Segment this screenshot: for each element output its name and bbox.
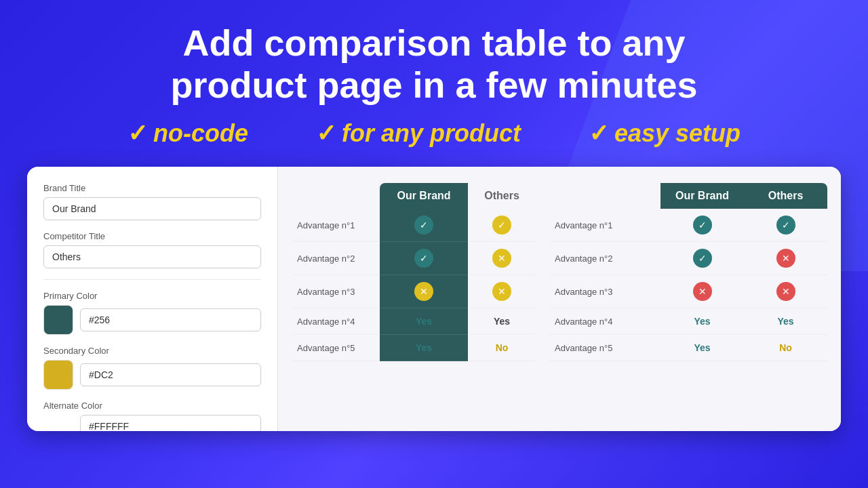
row-others-cell: ✓ [744,209,827,242]
brand-title-label: Brand Title [43,183,261,193]
row-brand-cell: ✓ [660,209,744,242]
primary-color-label: Primary Color [43,291,261,301]
secondary-color-input[interactable] [80,363,261,386]
check-teal-icon: ✓ [693,249,712,268]
settings-panel: Brand Title Competitor Title Primary Col… [27,167,278,431]
right-table-brand-header: Our Brand [660,183,744,209]
yes-teal-text: Yes [777,316,793,327]
feature-label-no-code: no-code [153,119,248,148]
alternate-color-row [43,415,261,431]
card-section: Brand Title Competitor Title Primary Col… [27,167,841,431]
table-row: Advantage n°5 Yes No [292,335,536,361]
row-brand-cell: ✓ [380,209,468,242]
table-row: Advantage n°4 Yes Yes [292,308,536,335]
row-others-cell: ✕ [744,275,827,308]
feature-easy-setup: ✓ easy setup [589,119,741,148]
check-icon-easy-setup: ✓ [589,119,609,148]
x-red-icon: ✕ [693,282,712,301]
row-others-cell: ✕ [744,242,827,275]
primary-color-group: Primary Color [43,291,261,335]
row-others-cell: ✕ [468,275,536,308]
secondary-color-row [43,360,261,390]
check-icon-for-any-product: ✓ [316,119,336,148]
alternate-color-group: Alternate Color [43,401,261,431]
row-label: Advantage n°4 [549,308,660,335]
left-table-header-row: Our Brand Others [292,183,536,209]
row-brand-cell: Yes [380,308,468,335]
check-teal-icon: ✓ [693,216,712,235]
secondary-color-label: Secondary Color [43,346,261,356]
check-icon-no-code: ✓ [127,119,148,148]
content-wrapper: Add comparison table to any product page… [0,0,868,488]
check-teal-icon: ✓ [776,216,795,235]
no-yellow-text: No [496,342,509,353]
row-brand-cell: Yes [380,335,468,361]
row-label: Advantage n°4 [292,308,380,335]
left-table-empty-header [292,183,380,209]
yes-teal-text: Yes [694,316,710,327]
table-row: Advantage n°2 ✓ ✕ [292,242,536,275]
yes-teal-text: Yes [694,342,710,353]
right-comparison-table: Our Brand Others Advantage n°1 ✓ ✓ Advan… [549,183,827,415]
row-others-cell: No [744,335,827,361]
feature-label-easy-setup: easy setup [614,119,741,148]
yes-teal-text: Yes [416,342,432,353]
no-yellow-text: No [779,342,792,353]
features-row: ✓ no-code ✓ for any product ✓ easy setup [54,119,814,148]
brand-title-input[interactable] [43,197,261,220]
table-row: Advantage n°5 Yes No [549,335,827,361]
table-row: Advantage n°1 ✓ ✓ [292,209,536,242]
row-label: Advantage n°5 [549,335,660,361]
row-others-cell: No [468,335,536,361]
row-label: Advantage n°2 [549,242,660,275]
feature-no-code: ✓ no-code [127,119,248,148]
left-comparison-table: Our Brand Others Advantage n°1 ✓ ✓ Advan… [292,183,536,415]
check-teal-icon: ✓ [414,216,433,235]
right-table-header-row: Our Brand Others [549,183,827,209]
row-brand-cell: ✕ [660,275,744,308]
table-row: Advantage n°2 ✓ ✕ [549,242,827,275]
row-brand-cell: ✓ [660,242,744,275]
feature-for-any-product: ✓ for any product [316,119,521,148]
yes-plain-text: Yes [494,316,510,327]
x-red-icon: ✕ [776,249,795,268]
row-label: Advantage n°2 [292,242,380,275]
right-table-others-header: Others [744,183,827,209]
left-table-others-header: Others [468,183,536,209]
row-others-cell: Yes [468,308,536,335]
header-section: Add comparison table to any product page… [0,0,868,161]
yes-teal-text: Yes [416,316,432,327]
check-yellow-icon: ✓ [492,216,511,235]
check-teal-icon: ✓ [414,249,433,268]
left-table: Our Brand Others Advantage n°1 ✓ ✓ Advan… [292,183,536,361]
alternate-color-input[interactable] [80,415,261,431]
row-label: Advantage n°3 [292,275,380,308]
row-brand-cell: Yes [660,308,744,335]
competitor-title-label: Competitor Title [43,231,261,241]
row-brand-cell: Yes [660,335,744,361]
tables-container: Our Brand Others Advantage n°1 ✓ ✓ Advan… [292,183,827,415]
x-red-icon: ✕ [776,282,795,301]
primary-color-input[interactable] [80,308,261,331]
row-others-cell: ✕ [468,242,536,275]
right-table-empty-header [549,183,660,209]
primary-color-swatch[interactable] [43,305,73,335]
x-yellow-icon: ✕ [492,249,511,268]
secondary-color-swatch[interactable] [43,360,73,390]
competitor-title-group: Competitor Title [43,231,261,268]
table-preview-area: Our Brand Others Advantage n°1 ✓ ✓ Advan… [278,167,841,431]
left-table-brand-header: Our Brand [380,183,468,209]
secondary-color-group: Secondary Color [43,346,261,390]
feature-label-for-any-product: for any product [342,119,521,148]
competitor-title-input[interactable] [43,245,261,268]
row-others-cell: ✓ [468,209,536,242]
brand-title-group: Brand Title [43,183,261,220]
right-table: Our Brand Others Advantage n°1 ✓ ✓ Advan… [549,183,827,361]
alternate-color-label: Alternate Color [43,401,261,411]
table-row: Advantage n°3 ✕ ✕ [292,275,536,308]
row-label: Advantage n°1 [549,209,660,242]
primary-color-row [43,305,261,335]
x-yellow-icon: ✕ [414,282,433,301]
row-brand-cell: ✓ [380,242,468,275]
table-row: Advantage n°1 ✓ ✓ [549,209,827,242]
